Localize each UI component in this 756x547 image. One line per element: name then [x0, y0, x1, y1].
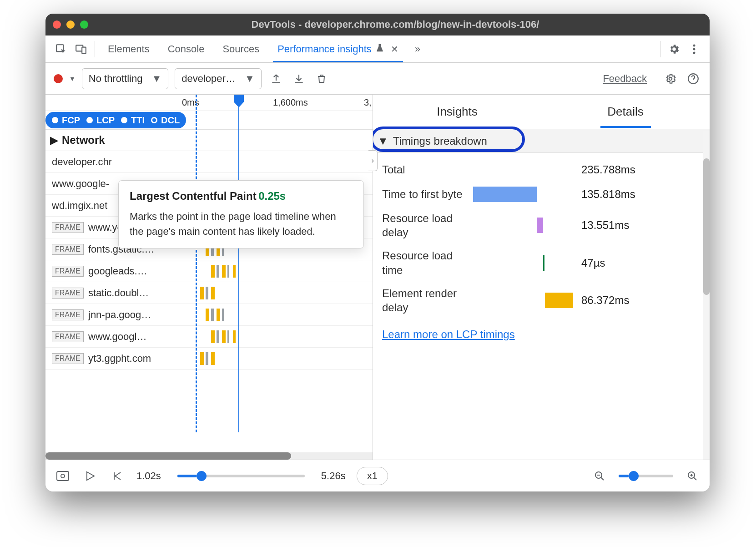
timeline-panel: 0ms 1,600ms 3, FCP LCP TTI DCL ▶ Network	[45, 95, 373, 460]
panel-tabbar: Elements Console Sources Performance ins…	[45, 35, 710, 63]
frame-badge: FRAME	[52, 222, 84, 233]
ruler-tick: 1,600ms	[273, 97, 308, 108]
scrollbar-thumb[interactable]	[703, 158, 710, 295]
tab-elements[interactable]: Elements	[99, 35, 159, 62]
network-section-header[interactable]: ▶ Network	[45, 129, 373, 151]
network-row[interactable]: FRAMEyt3.ggpht.com	[45, 348, 373, 370]
timing-row: Resource load delay13.551ms	[382, 207, 701, 244]
time-ruler[interactable]: 0ms 1,600ms 3,	[45, 95, 373, 111]
titlebar: DevTools - developer.chrome.com/blog/new…	[45, 14, 710, 35]
marker-fcp: FCP	[62, 115, 80, 126]
tooltip-value: 0.25s	[258, 190, 286, 202]
timing-label: Resource load delay	[382, 211, 473, 239]
tab-sources[interactable]: Sources	[213, 35, 268, 62]
network-host: developer.chr	[52, 156, 112, 168]
metric-pill[interactable]: FCP LCP TTI DCL	[45, 112, 186, 128]
throttling-value: No throttling	[89, 73, 143, 85]
maximize-window-button[interactable]	[80, 20, 88, 29]
current-time: 1.02s	[136, 470, 161, 482]
network-host: jnn-pa.goog…	[88, 309, 151, 321]
import-icon[interactable]	[291, 71, 307, 87]
divider	[660, 41, 660, 57]
zoom-slider[interactable]	[619, 475, 673, 477]
frame-badge: FRAME	[52, 331, 84, 342]
svg-point-4	[693, 48, 696, 50]
network-host: yt3.ggpht.com	[88, 353, 151, 365]
marker-lcp: LCP	[96, 115, 115, 126]
throttling-select[interactable]: No throttling ▼	[82, 68, 168, 89]
help-icon[interactable]	[685, 71, 701, 87]
close-tab-icon[interactable]: ✕	[391, 44, 398, 55]
panel-expand-toggle[interactable]: ›	[368, 150, 378, 171]
vertical-scrollbar[interactable]	[703, 131, 710, 460]
delete-icon[interactable]	[313, 71, 330, 87]
more-tabs-icon[interactable]: »	[408, 39, 428, 59]
content: 0ms 1,600ms 3, FCP LCP TTI DCL ▶ Network	[45, 95, 710, 460]
footer: 1.02s 5.26s x1	[45, 460, 710, 491]
network-host: www.googl…	[88, 331, 146, 343]
learn-more-link[interactable]: Learn more on LCP timings	[382, 328, 515, 341]
total-time: 5.26s	[321, 470, 346, 482]
marker-dcl: DCL	[161, 115, 180, 126]
timing-row: Element render delay86.372ms	[382, 282, 701, 319]
timings-breakdown-header[interactable]: ▼ Timings breakdown	[373, 129, 710, 153]
markers-row: FCP LCP TTI DCL	[45, 111, 373, 129]
network-label: Network	[62, 134, 105, 147]
timing-label: Element render delay	[382, 286, 473, 314]
network-row[interactable]: developer.chr	[45, 151, 373, 173]
tooltip-title: Largest Contentful Paint	[130, 190, 257, 202]
horizontal-scrollbar[interactable]	[45, 452, 373, 460]
tab-details[interactable]: Details	[541, 95, 710, 129]
network-row[interactable]: FRAMEgoogleads.…	[45, 260, 373, 282]
inspect-icon[interactable]	[51, 39, 71, 59]
network-row[interactable]: FRAMEstatic.doubl…	[45, 282, 373, 304]
timing-row: Time to first byte135.818ms	[382, 182, 701, 207]
svg-point-6	[669, 77, 672, 80]
record-options-chevron-icon[interactable]: ▼	[69, 75, 76, 82]
chevron-down-icon: ▼	[245, 73, 255, 85]
network-row[interactable]: FRAMEwww.googl…	[45, 326, 373, 348]
tab-performance-insights[interactable]: Performance insights ✕	[268, 35, 408, 62]
network-host: static.doubl…	[88, 287, 149, 299]
device-toggle-icon[interactable]	[71, 39, 91, 59]
tab-label: Performance insights	[277, 43, 372, 55]
timing-row: Total235.788ms	[382, 157, 701, 182]
network-host: www.google-	[52, 178, 109, 190]
timing-value: 86.372ms	[581, 294, 629, 307]
svg-point-3	[693, 44, 696, 46]
record-button[interactable]	[54, 74, 63, 83]
page-select[interactable]: developer… ▼	[175, 68, 261, 89]
feedback-link[interactable]: Feedback	[603, 73, 647, 85]
svg-point-9	[61, 474, 65, 478]
frame-badge: FRAME	[52, 288, 84, 299]
expand-triangle-icon: ▶	[50, 134, 58, 147]
timings-header-label: Timings breakdown	[393, 135, 487, 147]
frame-badge: FRAME	[52, 309, 84, 320]
window-controls	[53, 20, 88, 29]
minimize-window-button[interactable]	[66, 20, 75, 29]
timing-value: 47µs	[581, 257, 605, 269]
kebab-menu-icon[interactable]	[684, 39, 704, 59]
network-row[interactable]: FRAMEjnn-pa.goog…	[45, 304, 373, 326]
zoom-level[interactable]: x1	[357, 467, 388, 485]
play-icon[interactable]	[82, 468, 98, 484]
timing-value: 235.788ms	[581, 163, 635, 176]
rewind-icon[interactable]	[109, 468, 126, 484]
zoom-in-icon[interactable]	[684, 468, 701, 484]
toolbar: ▼ No throttling ▼ developer… ▼ Feedback	[45, 63, 710, 95]
network-host: wd.imgix.net	[52, 200, 107, 212]
export-icon[interactable]	[268, 71, 284, 87]
tab-console[interactable]: Console	[159, 35, 214, 62]
tab-insights[interactable]: Insights	[373, 95, 541, 129]
zoom-out-icon[interactable]	[591, 468, 608, 484]
scrollbar-thumb[interactable]	[45, 452, 291, 460]
svg-rect-8	[57, 471, 69, 481]
panel-settings-gear-icon[interactable]	[662, 71, 679, 87]
frame-badge: FRAME	[52, 353, 84, 364]
close-window-button[interactable]	[53, 20, 61, 29]
frame-badge: FRAME	[52, 266, 84, 277]
settings-gear-icon[interactable]	[664, 39, 684, 59]
time-slider[interactable]	[177, 475, 305, 477]
insights-tabs: Insights Details	[373, 95, 710, 129]
toggle-view-icon[interactable]	[55, 468, 71, 484]
